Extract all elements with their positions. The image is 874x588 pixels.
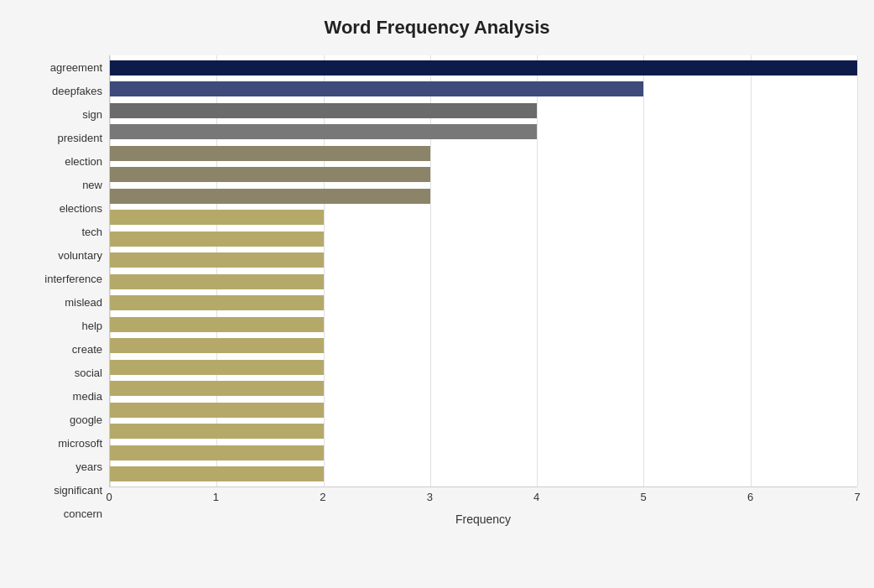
y-label: years [75, 458, 102, 476]
bar [110, 167, 430, 182]
bar-row [110, 273, 857, 291]
chart-area: agreementdeepfakessignpresidentelectionn… [17, 55, 857, 526]
y-label: voluntary [58, 246, 102, 264]
y-label: media [73, 388, 102, 406]
bar [110, 103, 537, 118]
bar-row [110, 251, 857, 269]
bar-row [110, 144, 857, 163]
y-label: help [81, 317, 102, 336]
y-label: election [65, 152, 102, 170]
y-label: mislead [65, 293, 102, 311]
bar-row [110, 294, 857, 312]
bar-row [110, 422, 857, 440]
y-label: agreement [50, 58, 102, 76]
y-label: elections [60, 199, 102, 217]
y-label: sign [82, 105, 102, 123]
bar [110, 338, 324, 353]
bar [110, 295, 324, 310]
x-tick: 0 [106, 491, 112, 503]
y-label: create [72, 341, 102, 359]
chart-title: Word Frequency Analysis [17, 17, 857, 39]
bar-row [110, 315, 857, 334]
bar [110, 232, 324, 247]
bar [110, 60, 857, 75]
y-label: concern [64, 505, 102, 523]
x-tick: 7 [854, 491, 860, 503]
bar-row [110, 101, 857, 120]
y-label: president [58, 128, 102, 147]
bar [110, 189, 430, 204]
y-axis: agreementdeepfakessignpresidentelectionn… [17, 55, 109, 526]
bar [110, 317, 324, 332]
bars-and-grid [109, 55, 857, 487]
bar [110, 124, 537, 139]
grid-line [857, 55, 858, 487]
x-axis-label: Frequency [109, 513, 857, 526]
bar [110, 146, 430, 161]
y-label: interference [44, 269, 102, 288]
bar-row [110, 187, 857, 206]
bar [110, 445, 324, 461]
bar [110, 274, 324, 289]
bar-row [110, 165, 857, 184]
bar [110, 81, 643, 96]
y-label: social [75, 364, 102, 382]
bar-row [110, 336, 857, 355]
x-tick: 5 [641, 491, 647, 503]
y-label: significant [54, 481, 102, 500]
x-tick: 2 [320, 491, 325, 503]
x-tick: 4 [533, 491, 539, 503]
bar [110, 403, 324, 418]
bars-container [110, 55, 857, 487]
bar-row [110, 358, 857, 377]
bar [110, 424, 324, 439]
y-label: google [70, 411, 102, 429]
plot-area: 01234567 Frequency [109, 55, 857, 526]
bar-row [110, 444, 857, 462]
bar [110, 360, 324, 375]
y-label: microsoft [58, 434, 102, 453]
x-tick: 6 [747, 491, 753, 503]
bar [110, 252, 324, 268]
bar [110, 210, 324, 225]
x-axis: 01234567 [109, 491, 857, 511]
bar-row [110, 80, 857, 98]
bar-row [110, 379, 857, 398]
bar-row [110, 122, 857, 141]
bar-row [110, 465, 857, 483]
bar-row [110, 59, 857, 77]
x-tick: 1 [213, 491, 219, 503]
bar-row [110, 401, 857, 419]
bar [110, 381, 324, 396]
bar-row [110, 208, 857, 226]
y-label: tech [81, 222, 102, 241]
bar [110, 466, 324, 481]
y-label: deepfakes [52, 81, 102, 100]
bar-row [110, 230, 857, 248]
x-tick: 3 [427, 491, 433, 503]
y-label: new [82, 175, 102, 194]
chart-container: Word Frequency Analysis agreementdeepfak… [0, 0, 874, 588]
